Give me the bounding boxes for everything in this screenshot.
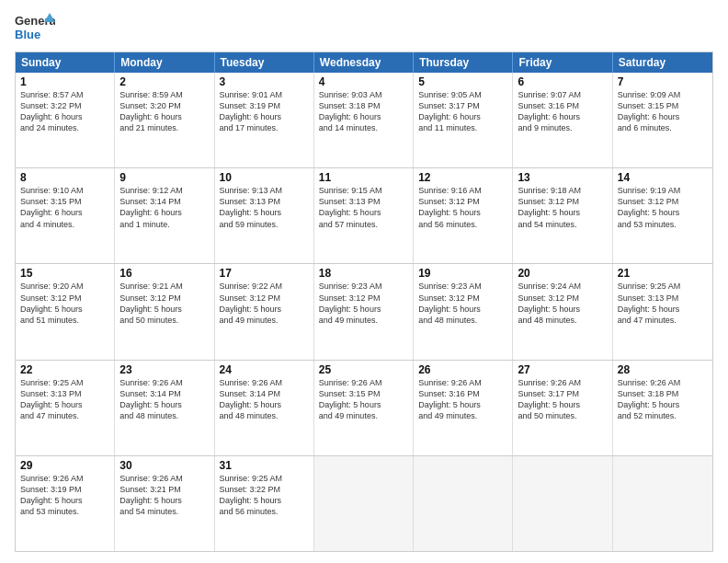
day-number: 2: [119, 75, 209, 88]
calendar-cell: 16Sunrise: 9:21 AM Sunset: 3:12 PM Dayli…: [115, 264, 214, 359]
day-number: 7: [618, 75, 708, 88]
day-number: 21: [618, 267, 708, 280]
calendar-cell: 4Sunrise: 9:03 AM Sunset: 3:18 PM Daylig…: [314, 73, 414, 167]
cell-info: Sunrise: 9:26 AM Sunset: 3:19 PM Dayligh…: [20, 473, 109, 518]
day-number: 6: [518, 75, 607, 88]
calendar-cell: 20Sunrise: 9:24 AM Sunset: 3:12 PM Dayli…: [513, 264, 612, 359]
day-number: 5: [418, 75, 507, 88]
cell-info: Sunrise: 9:16 AM Sunset: 3:12 PM Dayligh…: [418, 185, 507, 230]
day-number: 4: [319, 75, 408, 88]
cal-header-day: Sunday: [16, 52, 115, 73]
cell-info: Sunrise: 9:23 AM Sunset: 3:12 PM Dayligh…: [418, 281, 507, 326]
calendar-cell: [414, 456, 513, 551]
calendar-cell: [613, 456, 712, 551]
day-number: 12: [418, 171, 507, 184]
day-number: 9: [119, 171, 209, 184]
cell-info: Sunrise: 9:22 AM Sunset: 3:12 PM Dayligh…: [220, 281, 309, 326]
calendar-cell: 10Sunrise: 9:13 AM Sunset: 3:13 PM Dayli…: [215, 168, 314, 263]
day-number: 3: [220, 75, 309, 88]
calendar-cell: 15Sunrise: 9:20 AM Sunset: 3:12 PM Dayli…: [16, 264, 115, 359]
calendar-cell: 14Sunrise: 9:19 AM Sunset: 3:12 PM Dayli…: [613, 168, 712, 263]
calendar-cell: 13Sunrise: 9:18 AM Sunset: 3:12 PM Dayli…: [513, 168, 612, 263]
calendar-cell: 30Sunrise: 9:26 AM Sunset: 3:21 PM Dayli…: [115, 456, 214, 551]
day-number: 25: [319, 363, 408, 376]
calendar-cell: [314, 456, 414, 551]
calendar-cell: 5Sunrise: 9:05 AM Sunset: 3:17 PM Daylig…: [414, 73, 513, 167]
cal-header-day: Monday: [115, 52, 214, 73]
cell-info: Sunrise: 9:26 AM Sunset: 3:14 PM Dayligh…: [220, 377, 309, 422]
cell-info: Sunrise: 9:23 AM Sunset: 3:12 PM Dayligh…: [319, 281, 408, 326]
cell-info: Sunrise: 9:10 AM Sunset: 3:15 PM Dayligh…: [20, 185, 109, 230]
day-number: 19: [418, 267, 507, 280]
calendar-cell: 23Sunrise: 9:26 AM Sunset: 3:14 PM Dayli…: [115, 361, 214, 455]
day-number: 16: [119, 267, 209, 280]
cell-info: Sunrise: 9:09 AM Sunset: 3:15 PM Dayligh…: [618, 89, 708, 134]
cal-header-day: Wednesday: [314, 52, 414, 73]
day-number: 30: [119, 459, 209, 472]
cell-info: Sunrise: 9:26 AM Sunset: 3:14 PM Dayligh…: [119, 377, 209, 422]
cal-header-day: Thursday: [414, 52, 513, 73]
calendar-row: 29Sunrise: 9:26 AM Sunset: 3:19 PM Dayli…: [16, 455, 712, 551]
day-number: 28: [618, 363, 708, 376]
cell-info: Sunrise: 9:05 AM Sunset: 3:17 PM Dayligh…: [418, 89, 507, 134]
header: General Blue: [15, 11, 713, 44]
calendar-cell: 3Sunrise: 9:01 AM Sunset: 3:19 PM Daylig…: [215, 73, 314, 167]
cell-info: Sunrise: 9:26 AM Sunset: 3:18 PM Dayligh…: [618, 377, 708, 422]
calendar-cell: 24Sunrise: 9:26 AM Sunset: 3:14 PM Dayli…: [215, 361, 314, 455]
calendar-cell: 18Sunrise: 9:23 AM Sunset: 3:12 PM Dayli…: [314, 264, 414, 359]
cell-info: Sunrise: 9:07 AM Sunset: 3:16 PM Dayligh…: [518, 89, 607, 134]
logo-icon: General Blue: [15, 11, 55, 44]
day-number: 14: [618, 171, 708, 184]
calendar-cell: 8Sunrise: 9:10 AM Sunset: 3:15 PM Daylig…: [16, 168, 115, 263]
calendar-cell: 12Sunrise: 9:16 AM Sunset: 3:12 PM Dayli…: [414, 168, 513, 263]
calendar-cell: 7Sunrise: 9:09 AM Sunset: 3:15 PM Daylig…: [613, 73, 712, 167]
day-number: 10: [220, 171, 309, 184]
cell-info: Sunrise: 9:26 AM Sunset: 3:16 PM Dayligh…: [418, 377, 507, 422]
calendar-cell: 25Sunrise: 9:26 AM Sunset: 3:15 PM Dayli…: [314, 361, 414, 455]
calendar-cell: 11Sunrise: 9:15 AM Sunset: 3:13 PM Dayli…: [314, 168, 414, 263]
cell-info: Sunrise: 9:26 AM Sunset: 3:17 PM Dayligh…: [518, 377, 607, 422]
cell-info: Sunrise: 9:25 AM Sunset: 3:22 PM Dayligh…: [220, 473, 309, 518]
day-number: 13: [518, 171, 607, 184]
calendar-cell: 21Sunrise: 9:25 AM Sunset: 3:13 PM Dayli…: [613, 264, 712, 359]
calendar-row: 1Sunrise: 8:57 AM Sunset: 3:22 PM Daylig…: [16, 73, 712, 167]
cell-info: Sunrise: 9:15 AM Sunset: 3:13 PM Dayligh…: [319, 185, 408, 230]
cal-header-day: Friday: [513, 52, 612, 73]
calendar-row: 22Sunrise: 9:25 AM Sunset: 3:13 PM Dayli…: [16, 360, 712, 455]
day-number: 26: [418, 363, 507, 376]
day-number: 1: [20, 75, 109, 88]
day-number: 29: [20, 459, 109, 472]
calendar-header: SundayMondayTuesdayWednesdayThursdayFrid…: [16, 52, 712, 73]
calendar: SundayMondayTuesdayWednesdayThursdayFrid…: [15, 52, 713, 552]
calendar-cell: 6Sunrise: 9:07 AM Sunset: 3:16 PM Daylig…: [513, 73, 612, 167]
cell-info: Sunrise: 9:26 AM Sunset: 3:21 PM Dayligh…: [119, 473, 209, 518]
day-number: 8: [20, 171, 109, 184]
cell-info: Sunrise: 9:01 AM Sunset: 3:19 PM Dayligh…: [220, 89, 309, 134]
day-number: 15: [20, 267, 109, 280]
logo: General Blue: [15, 11, 55, 44]
calendar-cell: 31Sunrise: 9:25 AM Sunset: 3:22 PM Dayli…: [215, 456, 314, 551]
cell-info: Sunrise: 9:12 AM Sunset: 3:14 PM Dayligh…: [119, 185, 209, 230]
day-number: 23: [119, 363, 209, 376]
calendar-cell: 9Sunrise: 9:12 AM Sunset: 3:14 PM Daylig…: [115, 168, 214, 263]
calendar-cell: 19Sunrise: 9:23 AM Sunset: 3:12 PM Dayli…: [414, 264, 513, 359]
calendar-body: 1Sunrise: 8:57 AM Sunset: 3:22 PM Daylig…: [16, 73, 712, 551]
day-number: 18: [319, 267, 408, 280]
cell-info: Sunrise: 9:19 AM Sunset: 3:12 PM Dayligh…: [618, 185, 708, 230]
cell-info: Sunrise: 9:13 AM Sunset: 3:13 PM Dayligh…: [220, 185, 309, 230]
day-number: 27: [518, 363, 607, 376]
day-number: 31: [220, 459, 309, 472]
cell-info: Sunrise: 9:24 AM Sunset: 3:12 PM Dayligh…: [518, 281, 607, 326]
calendar-cell: 27Sunrise: 9:26 AM Sunset: 3:17 PM Dayli…: [513, 361, 612, 455]
calendar-cell: 26Sunrise: 9:26 AM Sunset: 3:16 PM Dayli…: [414, 361, 513, 455]
calendar-cell: 29Sunrise: 9:26 AM Sunset: 3:19 PM Dayli…: [16, 456, 115, 551]
cell-info: Sunrise: 8:59 AM Sunset: 3:20 PM Dayligh…: [119, 89, 209, 134]
day-number: 11: [319, 171, 408, 184]
cell-info: Sunrise: 8:57 AM Sunset: 3:22 PM Dayligh…: [20, 89, 109, 134]
cell-info: Sunrise: 9:18 AM Sunset: 3:12 PM Dayligh…: [518, 185, 607, 230]
cell-info: Sunrise: 9:26 AM Sunset: 3:15 PM Dayligh…: [319, 377, 408, 422]
cell-info: Sunrise: 9:25 AM Sunset: 3:13 PM Dayligh…: [20, 377, 109, 422]
cell-info: Sunrise: 9:21 AM Sunset: 3:12 PM Dayligh…: [119, 281, 209, 326]
day-number: 22: [20, 363, 109, 376]
calendar-row: 8Sunrise: 9:10 AM Sunset: 3:15 PM Daylig…: [16, 167, 712, 263]
